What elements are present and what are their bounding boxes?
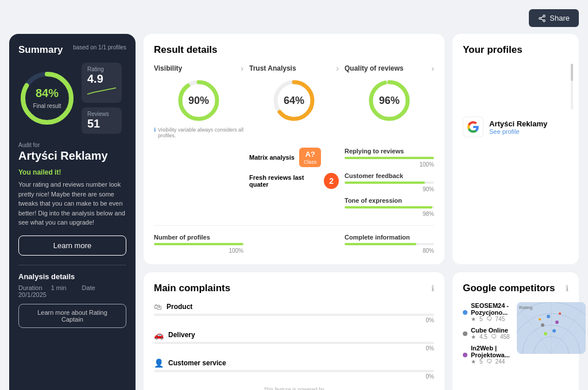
complete-info-label: Complete information [345, 234, 434, 241]
rating-label: Rating [87, 66, 116, 72]
competitors-title: Google competitors [463, 283, 555, 294]
summary-title: Summary [18, 44, 63, 56]
score-percent: 84% [33, 87, 61, 100]
profiles-scrollbar[interactable] [571, 64, 573, 110]
tone-metric: Tone of expression 98% [345, 197, 434, 217]
customer-feedback-bar [345, 182, 434, 184]
svg-point-2 [543, 20, 546, 22]
trust-metric: Trust Analysis › 64% Matrix analysis [249, 64, 339, 217]
competitor-name-1: SEOSEM24 - Pozycjono... [471, 302, 510, 316]
class-badge: A? Class [299, 148, 322, 167]
complaints-header: Main complaints ℹ [154, 283, 434, 294]
main-grid: Summary based on 1/1 profiles 84% Final … [9, 34, 579, 390]
visibility-metric: Visibility › 90% ℹ Visibility variable a… [154, 64, 243, 217]
competitor-dot-1 [463, 310, 467, 315]
competitor-item-1: SEOSEM24 - Pozycjono... ★5 🗨745 [463, 302, 510, 322]
competitor-stats-1: ★5 🗨745 [471, 316, 510, 322]
based-on-text: based on 1/1 profiles [73, 44, 126, 51]
num-profiles-pct: 100% [154, 248, 243, 254]
complaint-delivery: 🚗 Delivery 0% [154, 330, 434, 352]
customer-feedback-label: Customer feedback [345, 172, 434, 179]
svg-point-27 [559, 312, 561, 315]
complaints-title: Main complaints [154, 283, 230, 294]
svg-line-3 [541, 18, 543, 20]
profile-details: Artyści Reklamy See profile [489, 119, 547, 135]
tone-bar [345, 206, 434, 208]
svg-point-0 [543, 15, 546, 17]
profile-item-google: Artyści Reklamy See profile [463, 117, 568, 137]
complaint-customer-service: 👤 Customer service 0% [154, 358, 434, 380]
visibility-chevron[interactable]: › [241, 64, 243, 73]
competitors-list: SEOSEM24 - Pozycjono... ★5 🗨745 Cube Onl… [463, 302, 510, 369]
product-label: Product [167, 303, 434, 311]
matrix-analysis-row: Matrix analysis A? Class Fresh reviews l… [249, 148, 339, 189]
competitors-content: SEOSEM24 - Pozycjono... ★5 🗨745 Cube Onl… [463, 302, 568, 369]
svg-text:Rating: Rating [519, 305, 532, 310]
reviews-value: 51 [87, 117, 116, 130]
competitor-stats-2: ★4.5 🗨458 [471, 334, 510, 340]
tone-pct: 98% [345, 211, 434, 217]
complete-info-metric: Complete information 80% [345, 234, 434, 254]
duration-label: Duration 1 min [18, 284, 74, 291]
quality-chevron[interactable]: › [431, 64, 434, 73]
competitors-header: Google competitors ℹ [463, 283, 568, 294]
quality-percent: 96% [379, 95, 400, 107]
summary-header: Summary based on 1/1 profiles [18, 44, 126, 56]
result-details-title: Result details [154, 44, 434, 56]
share-icon [538, 14, 546, 22]
replying-metric: Replying to reviews 100% [345, 148, 434, 168]
competitors-info-icon[interactable]: ℹ [566, 284, 568, 293]
customer-feedback-pct: 90% [345, 186, 434, 192]
competitor-name-3: In2Web | Projektowa... [471, 345, 510, 358]
quality-sub-metrics: Replying to reviews 100% Customer feedba… [345, 148, 434, 217]
competitor-item-3: In2Web | Projektowa... ★5 🗨244 [463, 345, 510, 365]
result-top-metrics: Visibility › 90% ℹ Visibility variable a… [154, 64, 434, 226]
reviews-block: Reviews 51 [82, 107, 122, 134]
complaints-info-icon[interactable]: ℹ [431, 284, 434, 293]
analysis-meta: Duration 1 min Date 20/1/2025 [18, 284, 126, 298]
replying-pct: 100% [345, 161, 434, 168]
learn-more-button[interactable]: Learn more [18, 235, 126, 256]
audit-for-label: Audit for [18, 142, 126, 148]
competitor-name-2: Cube Online [471, 327, 510, 334]
top-bar: Share [9, 9, 579, 27]
num-profiles-label: Number of profiles [154, 234, 243, 241]
see-profile-link[interactable]: See profile [489, 128, 547, 135]
final-score-circle: 84% Final result [18, 69, 76, 127]
replying-bar [345, 157, 434, 159]
competitor-stats-3: ★5 🗨244 [471, 358, 510, 365]
trust-chevron[interactable]: › [336, 64, 339, 73]
result-bottom-metrics: Number of profiles 100% Complete informa… [154, 234, 434, 254]
rating-reviews: Rating 4.9 Reviews 51 [82, 63, 122, 134]
fresh-reviews-row: Fresh reviews last quater 2 [249, 173, 339, 189]
powered-by-text: This feature is powered by ★★★★★ Rating … [154, 387, 434, 390]
analysis-section: Analysis details Duration 1 min Date 20/… [18, 265, 126, 328]
tone-label: Tone of expression [345, 197, 434, 204]
fresh-label: Fresh reviews last quater [249, 174, 319, 188]
fresh-badge: 2 [324, 173, 339, 189]
svg-point-22 [547, 315, 550, 318]
num-profiles-metric: Number of profiles 100% [154, 234, 243, 254]
share-button[interactable]: Share [529, 9, 579, 27]
quality-donut: 96% [366, 78, 412, 123]
customer-service-icon: 👤 [154, 358, 164, 368]
reviews-label: Reviews [87, 111, 116, 117]
learn-more-rc-button[interactable]: Learn more about Rating Captain [18, 304, 126, 328]
nailed-it-label: You nailed it! [18, 168, 126, 176]
svg-point-23 [555, 321, 559, 324]
svg-point-26 [544, 332, 547, 335]
matrix-label: Matrix analysis [249, 154, 295, 161]
svg-point-25 [552, 329, 556, 333]
competitor-dot-2 [463, 331, 467, 336]
svg-line-4 [541, 16, 543, 17]
analysis-details-title: Analysis details [18, 272, 126, 281]
score-text: 84% Final result [33, 87, 61, 110]
nailed-description: Your rating and reviews number look pret… [18, 180, 126, 227]
trust-percent: 64% [284, 95, 304, 107]
complete-info-pct: 80% [345, 248, 434, 254]
svg-point-24 [541, 323, 544, 327]
visibility-percent: 90% [188, 95, 209, 107]
rating-chart [87, 86, 116, 97]
score-sublabel: Final result [33, 103, 61, 109]
competitor-item-2: Cube Online ★4.5 🗨458 [463, 327, 510, 340]
